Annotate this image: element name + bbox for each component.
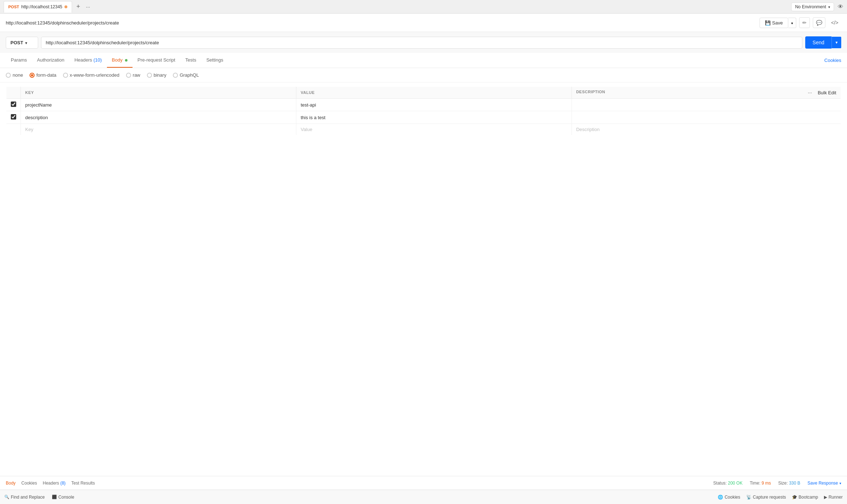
chevron-down-icon	[839, 481, 841, 486]
tab-more-button[interactable]: ···	[85, 3, 92, 11]
row2-description[interactable]	[572, 111, 841, 124]
radio-form-data	[30, 73, 35, 78]
radio-none	[6, 73, 11, 78]
tab-params[interactable]: Params	[6, 53, 32, 68]
response-headers-badge: (8)	[60, 481, 66, 486]
tab-item[interactable]: POST http://localhost:12345	[4, 1, 72, 13]
tab-settings[interactable]: Settings	[201, 53, 228, 68]
send-dropdown-button[interactable]: ▾	[832, 37, 841, 48]
option-none-label: none	[13, 72, 23, 78]
chevron-down-icon	[828, 4, 830, 9]
tab-body[interactable]: Body	[107, 53, 133, 68]
save-button[interactable]: 💾 Save	[759, 18, 788, 28]
size-label: Size:	[778, 481, 788, 486]
option-raw[interactable]: raw	[126, 72, 140, 78]
new-tab-button[interactable]: +	[73, 1, 83, 12]
save-disk-icon: 💾	[765, 20, 771, 26]
option-urlencoded[interactable]: x-www-form-urlencoded	[63, 72, 120, 78]
tab-headers-label: Headers	[75, 57, 92, 63]
option-binary[interactable]: binary	[147, 72, 166, 78]
response-tab-body[interactable]: Body	[6, 481, 15, 486]
response-tab-cookies[interactable]: Cookies	[21, 481, 37, 486]
time-section: Time: 9 ms	[750, 481, 771, 486]
find-replace-link[interactable]: 🔍 Find and Replace	[4, 495, 45, 500]
option-form-data[interactable]: form-data	[30, 72, 57, 78]
eye-icon[interactable]: 👁	[838, 4, 843, 10]
console-link[interactable]: ⬛ Console	[52, 495, 74, 500]
url-input[interactable]	[41, 37, 802, 49]
find-replace-label: Find and Replace	[11, 495, 45, 500]
option-graphql-label: GraphQL	[180, 72, 199, 78]
runner-icon: ▶	[824, 495, 827, 500]
footer-cookies-label: Cookies	[725, 495, 740, 500]
save-response-button[interactable]: Save Response	[807, 481, 841, 486]
comment-icon-button[interactable]: 💬	[813, 17, 825, 28]
tab-method: POST	[8, 5, 19, 9]
empty-value[interactable]: Value	[296, 124, 572, 136]
tab-bar-right: No Environment 👁	[791, 3, 843, 11]
console-icon: ⬛	[52, 495, 57, 499]
capture-label: Capture requests	[753, 495, 786, 500]
tab-pre-request-script[interactable]: Pre-request Script	[133, 53, 180, 68]
row1-value[interactable]: test-api	[296, 99, 572, 111]
check-header	[6, 86, 21, 99]
table-more-button[interactable]: ···	[805, 90, 815, 95]
radio-raw	[126, 73, 131, 78]
tab-headers[interactable]: Headers (10)	[70, 53, 107, 68]
bulk-edit-button[interactable]: Bulk Edit	[818, 90, 836, 95]
headers-badge: (10)	[93, 57, 102, 63]
response-tab-test-results[interactable]: Test Results	[71, 481, 95, 486]
tab-url: http://localhost:12345	[21, 4, 62, 9]
edit-icon-button[interactable]: ✏	[799, 17, 810, 28]
code-button[interactable]: </>	[828, 18, 841, 28]
size-section: Size: 330 B	[778, 481, 800, 486]
row1-key[interactable]: projectName	[21, 99, 296, 111]
time-value: 9 ms	[762, 481, 771, 486]
size-value: 330 B	[789, 481, 800, 486]
save-dropdown-button[interactable]	[788, 18, 796, 28]
env-name: No Environment	[795, 4, 826, 9]
environment-selector[interactable]: No Environment	[791, 3, 834, 11]
table-body: projectName test-api description this is…	[6, 99, 841, 136]
option-raw-label: raw	[133, 72, 140, 78]
method-selector[interactable]: POST	[6, 37, 38, 49]
method-label: POST	[10, 40, 23, 45]
empty-key[interactable]: Key	[21, 124, 296, 136]
radio-graphql	[173, 73, 178, 78]
bootcamp-label: Bootcamp	[799, 495, 818, 500]
desc-header: DESCRIPTION ··· Bulk Edit	[572, 86, 841, 99]
save-response-label: Save Response	[807, 481, 838, 486]
bottom-bar: Body Cookies Headers (8) Test Results St…	[0, 476, 847, 490]
empty-description[interactable]: Description	[572, 124, 841, 136]
row1-check-cell	[6, 99, 21, 111]
capture-link[interactable]: 📡 Capture requests	[746, 495, 786, 500]
bootcamp-link[interactable]: 🎓 Bootcamp	[792, 495, 818, 500]
request-tabs: Params Authorization Headers (10) Body P…	[0, 53, 847, 68]
table-header: KEY VALUE DESCRIPTION ··· Bulk Edit	[6, 86, 841, 99]
runner-link[interactable]: ▶ Runner	[824, 495, 843, 500]
option-graphql[interactable]: GraphQL	[173, 72, 199, 78]
tab-authorization[interactable]: Authorization	[32, 53, 70, 68]
row2-key[interactable]: description	[21, 111, 296, 124]
row1-description[interactable]	[572, 99, 841, 111]
time-label: Time:	[750, 481, 761, 486]
tab-bar: POST http://localhost:12345 + ··· No Env…	[0, 0, 847, 14]
request-title: http://localhost:12345/dolphinscheduler/…	[6, 20, 119, 26]
option-urlencoded-label: x-www-form-urlencoded	[70, 72, 120, 78]
cookies-link[interactable]: Cookies	[824, 58, 841, 63]
send-button[interactable]: Send	[805, 36, 832, 49]
footer-bar: 🔍 Find and Replace ⬛ Console 🌐 Cookies 📡…	[0, 490, 847, 504]
radio-urlencoded	[63, 73, 68, 78]
footer-cookies-link[interactable]: 🌐 Cookies	[718, 495, 740, 500]
status-value: 200 OK	[728, 481, 743, 486]
bootcamp-icon: 🎓	[792, 495, 797, 500]
row1-checkbox[interactable]	[11, 102, 16, 107]
row2-checkbox[interactable]	[11, 114, 16, 120]
tab-status-dot	[64, 5, 67, 8]
response-tab-headers[interactable]: Headers (8)	[43, 481, 66, 486]
option-none[interactable]: none	[6, 72, 23, 78]
capture-icon: 📡	[746, 495, 752, 500]
address-bar-section: http://localhost:12345/dolphinscheduler/…	[0, 14, 847, 32]
tab-tests[interactable]: Tests	[180, 53, 201, 68]
row2-value[interactable]: this is a test	[296, 111, 572, 124]
